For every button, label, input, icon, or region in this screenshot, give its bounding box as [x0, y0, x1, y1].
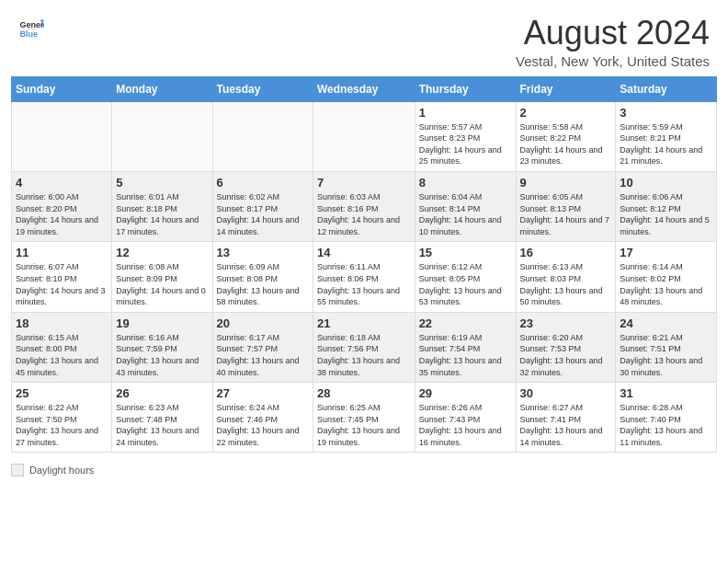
calendar-table: Sunday Monday Tuesday Wednesday Thursday…	[11, 76, 717, 454]
calendar-day-cell: 29Sunrise: 6:26 AM Sunset: 7:43 PM Dayli…	[415, 383, 516, 453]
day-info: Sunrise: 6:07 AM Sunset: 8:10 PM Dayligh…	[16, 261, 108, 307]
col-sunday: Sunday	[12, 76, 112, 101]
calendar-day-cell: 26Sunrise: 6:23 AM Sunset: 7:48 PM Dayli…	[112, 383, 212, 453]
calendar-day-cell: 17Sunrise: 6:14 AM Sunset: 8:02 PM Dayli…	[616, 242, 717, 312]
calendar-wrapper: Sunday Monday Tuesday Wednesday Thursday…	[0, 76, 728, 461]
calendar-day-cell: 31Sunrise: 6:28 AM Sunset: 7:40 PM Dayli…	[616, 383, 717, 453]
day-info: Sunrise: 6:00 AM Sunset: 8:20 PM Dayligh…	[16, 191, 108, 237]
day-info: Sunrise: 6:27 AM Sunset: 7:41 PM Dayligh…	[520, 402, 612, 448]
day-number: 3	[620, 106, 712, 120]
day-number: 17	[620, 246, 712, 259]
calendar-day-cell: 9Sunrise: 6:05 AM Sunset: 8:13 PM Daylig…	[516, 171, 616, 241]
day-number: 16	[520, 246, 612, 259]
day-number: 19	[116, 316, 208, 330]
day-info: Sunrise: 6:06 AM Sunset: 8:12 PM Dayligh…	[620, 191, 712, 237]
day-number: 10	[620, 176, 712, 190]
day-number: 31	[620, 386, 712, 400]
day-number: 14	[317, 246, 411, 259]
day-info: Sunrise: 6:04 AM Sunset: 8:14 PM Dayligh…	[419, 191, 512, 237]
calendar-week-row: 4Sunrise: 6:00 AM Sunset: 8:20 PM Daylig…	[12, 171, 717, 241]
calendar-day-cell: 4Sunrise: 6:00 AM Sunset: 8:20 PM Daylig…	[12, 171, 112, 241]
calendar-day-cell: 27Sunrise: 6:24 AM Sunset: 7:46 PM Dayli…	[212, 383, 313, 453]
day-number: 27	[217, 386, 309, 400]
calendar-day-cell: 22Sunrise: 6:19 AM Sunset: 7:54 PM Dayli…	[415, 312, 516, 382]
day-number: 15	[419, 246, 512, 259]
day-number: 21	[317, 316, 411, 330]
calendar-day-cell: 8Sunrise: 6:04 AM Sunset: 8:14 PM Daylig…	[415, 171, 516, 241]
calendar-day-cell: 5Sunrise: 6:01 AM Sunset: 8:18 PM Daylig…	[112, 171, 212, 241]
calendar-day-cell: 11Sunrise: 6:07 AM Sunset: 8:10 PM Dayli…	[12, 242, 112, 312]
calendar-body: 1Sunrise: 5:57 AM Sunset: 8:23 PM Daylig…	[12, 101, 717, 453]
calendar-day-cell	[313, 101, 415, 171]
calendar-week-row: 1Sunrise: 5:57 AM Sunset: 8:23 PM Daylig…	[12, 101, 717, 171]
calendar-day-cell: 25Sunrise: 6:22 AM Sunset: 7:50 PM Dayli…	[12, 383, 112, 453]
daylight-hours-label: Daylight hours	[29, 465, 94, 476]
header-row: Sunday Monday Tuesday Wednesday Thursday…	[12, 76, 717, 101]
day-info: Sunrise: 6:16 AM Sunset: 7:59 PM Dayligh…	[116, 332, 208, 378]
calendar-day-cell	[212, 101, 313, 171]
calendar-day-cell: 23Sunrise: 6:20 AM Sunset: 7:53 PM Dayli…	[516, 312, 616, 382]
day-number: 12	[116, 246, 208, 259]
day-number: 2	[520, 106, 612, 120]
day-number: 24	[620, 316, 712, 330]
calendar-day-cell	[12, 101, 112, 171]
day-number: 8	[419, 176, 512, 190]
calendar-day-cell: 20Sunrise: 6:17 AM Sunset: 7:57 PM Dayli…	[212, 312, 313, 382]
day-number: 28	[317, 386, 411, 400]
logo: General Blue	[18, 15, 44, 40]
calendar-week-row: 11Sunrise: 6:07 AM Sunset: 8:10 PM Dayli…	[12, 242, 717, 312]
calendar-footer: Daylight hours	[0, 460, 728, 484]
day-info: Sunrise: 6:22 AM Sunset: 7:50 PM Dayligh…	[16, 402, 108, 448]
day-info: Sunrise: 6:11 AM Sunset: 8:06 PM Dayligh…	[317, 261, 411, 307]
day-number: 6	[217, 176, 309, 190]
calendar-day-cell: 10Sunrise: 6:06 AM Sunset: 8:12 PM Dayli…	[616, 171, 717, 241]
day-info: Sunrise: 6:25 AM Sunset: 7:45 PM Dayligh…	[317, 402, 411, 448]
calendar-day-cell	[112, 101, 212, 171]
calendar-day-cell: 16Sunrise: 6:13 AM Sunset: 8:03 PM Dayli…	[516, 242, 616, 312]
calendar-day-cell: 28Sunrise: 6:25 AM Sunset: 7:45 PM Dayli…	[313, 383, 415, 453]
calendar-day-cell: 30Sunrise: 6:27 AM Sunset: 7:41 PM Dayli…	[516, 383, 616, 453]
day-number: 13	[217, 246, 309, 259]
calendar-day-cell: 19Sunrise: 6:16 AM Sunset: 7:59 PM Dayli…	[112, 312, 212, 382]
day-info: Sunrise: 6:28 AM Sunset: 7:40 PM Dayligh…	[620, 402, 712, 448]
page-header: General Blue August 2024 Vestal, New Yor…	[0, 0, 728, 76]
calendar-day-cell: 6Sunrise: 6:02 AM Sunset: 8:17 PM Daylig…	[212, 171, 313, 241]
day-info: Sunrise: 6:08 AM Sunset: 8:09 PM Dayligh…	[116, 261, 208, 307]
day-info: Sunrise: 6:14 AM Sunset: 8:02 PM Dayligh…	[620, 261, 712, 307]
day-number: 9	[520, 176, 612, 190]
calendar-week-row: 25Sunrise: 6:22 AM Sunset: 7:50 PM Dayli…	[12, 383, 717, 453]
day-info: Sunrise: 5:57 AM Sunset: 8:23 PM Dayligh…	[419, 121, 512, 167]
day-info: Sunrise: 6:19 AM Sunset: 7:54 PM Dayligh…	[419, 332, 512, 378]
day-number: 20	[217, 316, 309, 330]
title-block: August 2024 Vestal, New York, United Sta…	[516, 15, 710, 69]
day-info: Sunrise: 6:23 AM Sunset: 7:48 PM Dayligh…	[116, 402, 208, 448]
day-number: 5	[116, 176, 208, 190]
day-info: Sunrise: 6:02 AM Sunset: 8:17 PM Dayligh…	[217, 191, 309, 237]
day-number: 22	[419, 316, 512, 330]
calendar-day-cell: 3Sunrise: 5:59 AM Sunset: 8:21 PM Daylig…	[616, 101, 717, 171]
day-info: Sunrise: 6:21 AM Sunset: 7:51 PM Dayligh…	[620, 332, 712, 378]
day-info: Sunrise: 6:01 AM Sunset: 8:18 PM Dayligh…	[116, 191, 208, 237]
calendar-day-cell: 15Sunrise: 6:12 AM Sunset: 8:05 PM Dayli…	[415, 242, 516, 312]
col-thursday: Thursday	[415, 76, 516, 101]
day-info: Sunrise: 6:05 AM Sunset: 8:13 PM Dayligh…	[520, 191, 612, 237]
day-info: Sunrise: 5:59 AM Sunset: 8:21 PM Dayligh…	[620, 121, 712, 167]
col-saturday: Saturday	[616, 76, 717, 101]
svg-text:Blue: Blue	[19, 29, 38, 39]
day-number: 4	[16, 176, 108, 190]
svg-text:General: General	[19, 20, 44, 29]
day-info: Sunrise: 6:12 AM Sunset: 8:05 PM Dayligh…	[419, 261, 512, 307]
calendar-day-cell: 18Sunrise: 6:15 AM Sunset: 8:00 PM Dayli…	[12, 312, 112, 382]
calendar-header: Sunday Monday Tuesday Wednesday Thursday…	[12, 76, 717, 101]
day-number: 25	[16, 386, 108, 400]
day-number: 7	[317, 176, 411, 190]
col-tuesday: Tuesday	[212, 76, 313, 101]
logo-icon: General Blue	[18, 15, 44, 40]
calendar-day-cell: 13Sunrise: 6:09 AM Sunset: 8:08 PM Dayli…	[212, 242, 313, 312]
day-info: Sunrise: 5:58 AM Sunset: 8:22 PM Dayligh…	[520, 121, 612, 167]
day-info: Sunrise: 6:15 AM Sunset: 8:00 PM Dayligh…	[16, 332, 108, 378]
calendar-day-cell: 24Sunrise: 6:21 AM Sunset: 7:51 PM Dayli…	[616, 312, 717, 382]
calendar-day-cell: 2Sunrise: 5:58 AM Sunset: 8:22 PM Daylig…	[516, 101, 616, 171]
day-number: 1	[419, 106, 512, 120]
day-info: Sunrise: 6:17 AM Sunset: 7:57 PM Dayligh…	[217, 332, 309, 378]
